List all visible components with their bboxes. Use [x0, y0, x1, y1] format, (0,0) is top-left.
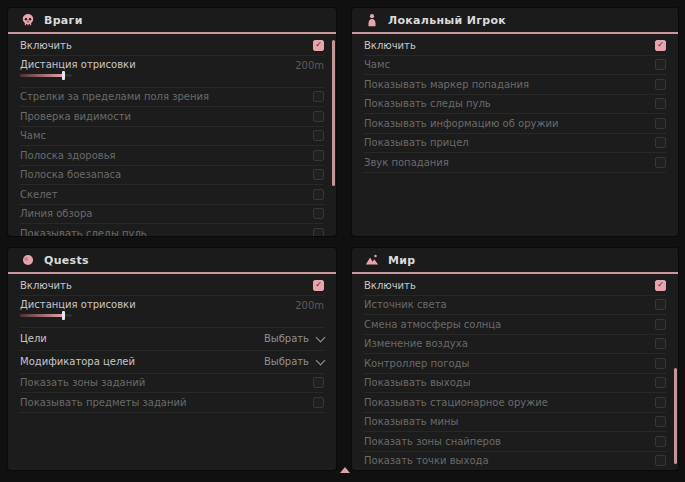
- panel-header: Мир: [352, 248, 678, 274]
- checkbox[interactable]: [655, 59, 666, 70]
- checkbox[interactable]: [313, 91, 324, 102]
- row-label: Цели: [20, 333, 47, 344]
- panel-body: Включить✓ЧамсПоказывать маркер попадания…: [352, 34, 678, 173]
- checkbox[interactable]: [313, 130, 324, 141]
- row-label: Звук попадания: [364, 157, 449, 168]
- row-light-source: Источник света: [364, 296, 666, 316]
- panel-body: Включить✓Дистанция отрисовки200mЦелиВыбр…: [8, 274, 336, 413]
- mountains-icon: [365, 253, 379, 267]
- checkbox[interactable]: ✓: [655, 280, 666, 291]
- row-enable: Включить✓: [364, 36, 666, 56]
- checkbox[interactable]: ✓: [655, 40, 666, 51]
- slider-handle[interactable]: [62, 71, 65, 80]
- dropdown[interactable]: Выбрать: [264, 356, 324, 367]
- checkbox[interactable]: [655, 118, 666, 129]
- row-air-change: Изменение воздуха: [364, 335, 666, 355]
- checkbox[interactable]: ✓: [313, 40, 324, 51]
- row-label: Включить: [364, 40, 416, 51]
- row-label: Показывать стационарное оружие: [364, 397, 548, 408]
- slider[interactable]: [20, 314, 72, 317]
- slider-value: 200m: [295, 300, 324, 311]
- panel-header: Quests: [8, 248, 336, 274]
- panel-world: Мир Включить✓Источник светаСмена атмосфе…: [352, 248, 678, 470]
- chevron-down-icon: [316, 355, 326, 365]
- row-chams: Чамс: [364, 56, 666, 76]
- checkbox[interactable]: [655, 98, 666, 109]
- row-label: Включить: [20, 40, 72, 51]
- checkbox[interactable]: [313, 377, 324, 388]
- checkbox[interactable]: [313, 111, 324, 122]
- circle-marker-icon: [21, 253, 35, 267]
- checkbox[interactable]: [655, 299, 666, 310]
- checkbox[interactable]: ✓: [313, 280, 324, 291]
- checkbox[interactable]: [655, 416, 666, 427]
- row-label: Показывать следы пуль: [364, 98, 491, 109]
- row-label: Чамс: [364, 59, 390, 70]
- panel-local-player: Локальный Игрок Включить✓ЧамсПоказывать …: [352, 8, 678, 236]
- slider-value: 200m: [295, 60, 324, 71]
- scroll-indicator-triangle: [340, 467, 350, 473]
- row-sun-atmosphere: Смена атмосферы солнца: [364, 315, 666, 335]
- row-draw-distance: Дистанция отрисовки200m: [20, 56, 324, 88]
- person-icon: [365, 13, 379, 27]
- row-line-of-sight: Линия обзора: [20, 205, 324, 225]
- row-hit-marker: Показывать маркер попадания: [364, 75, 666, 95]
- checkbox[interactable]: [313, 169, 324, 180]
- row-label: Дистанция отрисовки: [20, 299, 136, 310]
- slider-handle[interactable]: [62, 311, 65, 320]
- row-health-bar: Полоска здоровья: [20, 146, 324, 166]
- checkbox[interactable]: [655, 397, 666, 408]
- checkbox[interactable]: [313, 150, 324, 161]
- row-label: Показать зоны снайперов: [364, 436, 501, 447]
- panel-enemies: Враги Включить✓Дистанция отрисовки200mСт…: [8, 8, 336, 236]
- panel-title: Quests: [44, 254, 89, 267]
- chevron-down-icon: [316, 332, 326, 342]
- row-ammo-bar: Полоска боезапаса: [20, 166, 324, 186]
- row-stationary-weapons: Показывать стационарное оружие: [364, 393, 666, 413]
- checkbox[interactable]: [313, 189, 324, 200]
- checkbox[interactable]: [313, 208, 324, 219]
- skull-icon: [21, 13, 35, 27]
- checkbox[interactable]: [655, 319, 666, 330]
- row-label: Изменение воздуха: [364, 338, 468, 349]
- row-label: Смена атмосферы солнца: [364, 319, 501, 330]
- checkbox[interactable]: [655, 436, 666, 447]
- row-label: Показывать предметы заданий: [20, 397, 187, 408]
- row-crosshair: Показывать прицел: [364, 134, 666, 154]
- checkbox[interactable]: [655, 358, 666, 369]
- row-label: Стрелки за пределами поля зрения: [20, 91, 209, 102]
- dropdown[interactable]: Выбрать: [264, 333, 324, 344]
- slider[interactable]: [20, 74, 72, 77]
- row-skeleton: Скелет: [20, 185, 324, 205]
- row-weapon-info: Показывать информацию об оружии: [364, 114, 666, 134]
- checkbox[interactable]: [655, 137, 666, 148]
- row-label: Полоска боезапаса: [20, 169, 121, 180]
- row-label: Дистанция отрисовки: [20, 59, 136, 70]
- row-label: Показывать следы пуль: [20, 228, 147, 236]
- row-exits: Показывать выходы: [364, 374, 666, 394]
- row-label: Источник света: [364, 299, 447, 310]
- checkbox[interactable]: [313, 228, 324, 236]
- row-label: Показать зоны заданий: [20, 377, 145, 388]
- scrollbar[interactable]: [332, 40, 335, 186]
- row-label: Показывать маркер попадания: [364, 79, 529, 90]
- checkbox[interactable]: [655, 377, 666, 388]
- row-label: Включить: [364, 280, 416, 291]
- row-label: Включить: [20, 280, 72, 291]
- row-exit-points: Показать точки выхода: [364, 452, 666, 471]
- checkbox[interactable]: [313, 397, 324, 408]
- checkbox[interactable]: [655, 455, 666, 466]
- row-label: Модификатора целей: [20, 356, 135, 367]
- checkbox[interactable]: [655, 79, 666, 90]
- checkbox[interactable]: [655, 157, 666, 168]
- row-weather-controller: Контроллер погоды: [364, 354, 666, 374]
- panel-title: Локальный Игрок: [388, 14, 506, 27]
- panel-header: Локальный Игрок: [352, 8, 678, 34]
- scrollbar[interactable]: [674, 368, 677, 464]
- panel-body: Включить✓Источник светаСмена атмосферы с…: [352, 274, 678, 470]
- panel-title: Враги: [44, 14, 83, 27]
- checkbox[interactable]: [655, 338, 666, 349]
- row-hit-sound: Звук попадания: [364, 153, 666, 173]
- row-sniper-zones: Показать зоны снайперов: [364, 432, 666, 452]
- row-enable: Включить✓: [364, 276, 666, 296]
